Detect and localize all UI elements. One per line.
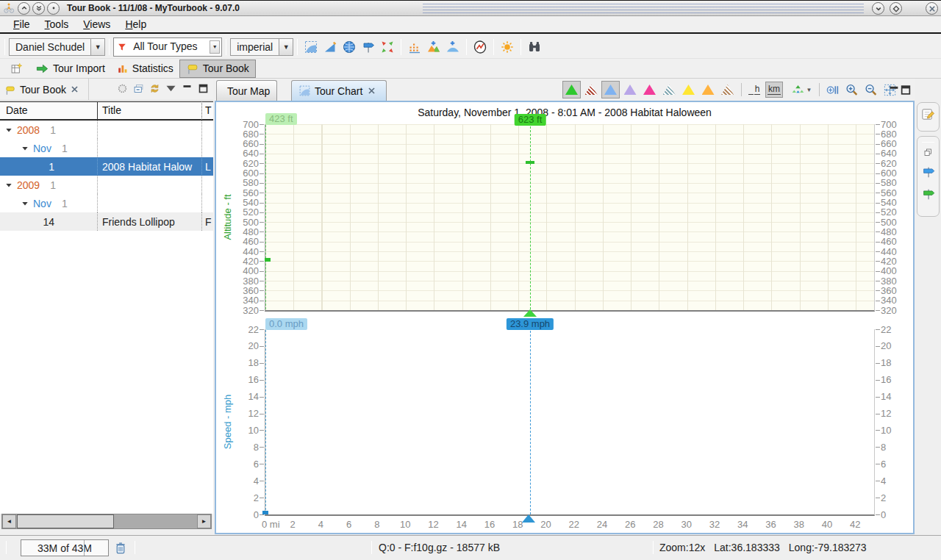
person-combo[interactable]: Daniel Schudel ▼ [9, 38, 105, 56]
chevron-down-icon: ▼ [806, 87, 812, 93]
measurement-combo[interactable]: imperial ▼ [230, 38, 293, 56]
x-axis-km-button[interactable]: km [765, 82, 783, 98]
maximize-button[interactable] [900, 81, 912, 98]
signpost-button[interactable] [359, 37, 378, 57]
graph-altimeter-button[interactable] [699, 81, 718, 98]
dot-button[interactable] [47, 2, 60, 15]
graph-cadence-button[interactable] [679, 81, 698, 98]
close-icon[interactable] [368, 87, 376, 95]
perspective-label: Tour Book [203, 62, 249, 74]
menu-chevron-icon[interactable] [165, 83, 176, 94]
column-date[interactable]: Date [0, 101, 98, 120]
expanded-chevron-icon[interactable] [5, 126, 12, 134]
tree-row[interactable]: Nov1 [0, 194, 213, 212]
expanded-chevron-icon[interactable] [21, 145, 29, 152]
zoom-out-button[interactable] [862, 81, 879, 98]
maximize-icon[interactable] [198, 83, 209, 94]
graph-power-button[interactable] [640, 81, 659, 98]
tour-book-view-tab[interactable]: Tour Book [0, 79, 89, 100]
fit-vertical-button[interactable] [823, 81, 841, 98]
close-button[interactable] [926, 2, 938, 15]
tour-chart[interactable]: Saturday, November 1, 2008 - 8:01 AM - 2… [216, 102, 913, 533]
tree-row[interactable]: 12008 Habitat HalowL [0, 157, 213, 176]
binoculars-button[interactable] [525, 37, 544, 57]
scroll-left-arrow[interactable]: ◄ [2, 514, 16, 528]
expanded-chevron-icon[interactable] [5, 182, 12, 189]
minimize-button[interactable] [888, 81, 900, 98]
area-chart-button[interactable] [301, 37, 321, 57]
graph-pulse-button[interactable] [582, 81, 601, 98]
view-title: Tour Book [20, 84, 66, 96]
signpost-green-icon[interactable] [921, 187, 936, 201]
trash-icon[interactable] [112, 540, 129, 556]
graph-pace-button[interactable] [621, 81, 640, 98]
graph-gradient-button[interactable] [718, 81, 737, 98]
expanded-chevron-icon[interactable] [21, 200, 29, 207]
chevron-down-icon[interactable]: ▼ [90, 38, 105, 56]
menu-file[interactable]: File [6, 17, 37, 32]
axis-tick-label: 4 [306, 519, 335, 531]
perspective-tour-import[interactable]: Tour Import [29, 60, 111, 78]
altitude-left-slider-line[interactable] [265, 125, 266, 309]
graph-speed-button[interactable] [601, 81, 620, 98]
zoom-in-button[interactable] [842, 81, 860, 98]
shade-down-button[interactable] [32, 2, 45, 15]
dotted-circle-icon[interactable] [117, 83, 128, 94]
scroll-right-arrow[interactable]: ► [197, 514, 211, 528]
scrollbar-thumb[interactable] [17, 514, 114, 528]
sync-icon[interactable] [149, 83, 160, 94]
sun-button[interactable] [498, 37, 517, 57]
column-extra[interactable]: T [202, 101, 213, 120]
chevron-down-icon[interactable]: ▼ [279, 38, 293, 56]
speed-chart-slider-line[interactable] [530, 331, 531, 514]
duplicate-icon[interactable] [923, 148, 933, 157]
tab-tour-map[interactable]: Tour Map [216, 80, 277, 101]
perspective-statistics[interactable]: Statistics [111, 60, 179, 78]
heap-status[interactable]: 33M of 43M [21, 539, 109, 556]
globe-button[interactable] [340, 37, 359, 57]
tab-tour-chart[interactable]: Tour Chart [291, 80, 387, 101]
tour-options-button[interactable]: ▼ [790, 81, 813, 98]
horizontal-scrollbar[interactable]: ◄ ► [1, 514, 212, 529]
slope-pen-button[interactable] [321, 37, 340, 57]
chevron-down-button[interactable] [872, 2, 884, 15]
split-arrows-button[interactable] [378, 37, 397, 57]
collapse-all-icon[interactable] [133, 83, 144, 94]
speed-plot[interactable] [265, 329, 875, 516]
toolbar-separator [466, 39, 467, 55]
tree-row[interactable]: 20081 [0, 121, 213, 139]
speed-left-slider-line[interactable] [265, 330, 266, 514]
graph-temperature-button[interactable] [660, 81, 679, 98]
speed-slider-handle[interactable] [522, 514, 535, 523]
tree-row[interactable]: 14Friends LollipopF [0, 212, 213, 231]
signpost-blue-icon[interactable] [921, 165, 936, 179]
tree-row[interactable]: Nov1 [0, 139, 213, 157]
hill-add-button[interactable] [443, 37, 462, 57]
minimize-icon[interactable] [182, 83, 193, 94]
column-title[interactable]: Title [98, 101, 202, 120]
perspective-label: Statistics [132, 62, 173, 74]
drag-handle[interactable] [922, 142, 934, 143]
measurement-value: imperial [230, 38, 279, 56]
menu-views[interactable]: Views [76, 17, 118, 32]
tree-row[interactable]: 20091 [0, 176, 213, 194]
graph-altitude-button[interactable] [562, 81, 581, 98]
altitude-slider-handle[interactable] [523, 309, 537, 317]
chevron-down-icon[interactable]: ▼ [210, 40, 220, 54]
altitude-chart-slider-line[interactable] [530, 126, 531, 309]
mountain-add-button[interactable] [424, 37, 443, 57]
flash-button[interactable] [470, 37, 490, 57]
open-perspective-button[interactable] [7, 60, 25, 76]
edit-tour-icon[interactable] [920, 107, 936, 122]
close-icon[interactable] [71, 85, 79, 93]
bar-plus-button[interactable] [405, 37, 424, 57]
menu-tools[interactable]: Tools [37, 17, 76, 32]
maximize-diamond-button[interactable] [890, 2, 902, 15]
tour-type-filter-combo[interactable]: All Tour Types ▼ [113, 37, 222, 57]
perspective-tour-book[interactable]: Tour Book [179, 60, 256, 78]
shade-up-button[interactable] [18, 2, 30, 15]
altitude-plot[interactable] [265, 124, 875, 312]
x-axis-h-button[interactable]: h [745, 82, 763, 98]
menu-bar: FileToolsViewsHelp [0, 16, 941, 34]
menu-help[interactable]: Help [118, 17, 154, 32]
